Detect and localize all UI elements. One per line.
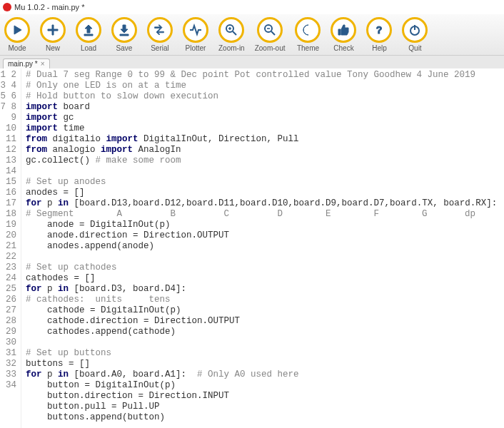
toolbar: ModeNewLoadSaveSerialPlotterZoom-inZoom-…	[0, 14, 504, 56]
toolbar-label: Save	[116, 44, 133, 52]
zoomout-button[interactable]: Zoom-out	[255, 17, 286, 52]
line-gutter: 1 2 3 4 5 6 7 8 9 10 11 12 13 14 15 16 1…	[0, 68, 21, 428]
power-icon	[402, 17, 428, 43]
down-icon	[111, 17, 137, 43]
code-area[interactable]: # Dual 7 seg Range 0 to 99 & Dec point P…	[21, 68, 504, 428]
up-icon	[76, 17, 101, 43]
moon-icon	[295, 17, 321, 43]
toolbar-label: Plotter	[186, 44, 206, 52]
serial-button[interactable]: Serial	[147, 17, 173, 52]
plus-icon	[40, 17, 66, 43]
window-title: Mu 1.0.2 - main.py *	[14, 3, 84, 11]
plotter-button[interactable]: Plotter	[183, 17, 208, 52]
save-button[interactable]: Save	[111, 17, 137, 52]
theme-button[interactable]: Theme	[295, 17, 321, 52]
load-button[interactable]: Load	[76, 17, 101, 52]
mode-button[interactable]: Mode	[4, 17, 30, 52]
zout-icon	[257, 17, 283, 43]
toolbar-label: New	[46, 44, 60, 52]
toolbar-label: Theme	[297, 44, 319, 52]
toolbar-label: Serial	[151, 44, 169, 52]
toolbar-label: Zoom-in	[218, 44, 245, 52]
zoomin-button[interactable]: Zoom-in	[218, 17, 245, 52]
check-button[interactable]: Check	[331, 17, 356, 52]
play-icon	[4, 17, 30, 43]
q-icon: ?	[366, 17, 392, 43]
toolbar-label: Quit	[408, 44, 421, 52]
thumb-icon	[331, 17, 356, 43]
new-button[interactable]: New	[40, 17, 66, 52]
arrows-icon	[147, 17, 173, 43]
tab-bar: main.py * ×	[0, 56, 504, 68]
close-icon[interactable]: ×	[41, 60, 45, 68]
help-button[interactable]: ?Help	[366, 17, 392, 52]
toolbar-label: Mode	[8, 44, 26, 52]
svg-text:?: ?	[376, 24, 383, 36]
toolbar-label: Zoom-out	[255, 44, 286, 52]
tab-label: main.py *	[8, 60, 38, 68]
zin-icon	[218, 17, 244, 43]
toolbar-label: Load	[81, 44, 96, 52]
pulse-icon	[183, 17, 208, 43]
app-logo-icon	[3, 3, 11, 11]
code-editor[interactable]: 1 2 3 4 5 6 7 8 9 10 11 12 13 14 15 16 1…	[0, 68, 504, 428]
window-titlebar: Mu 1.0.2 - main.py *	[0, 0, 504, 14]
tab-main[interactable]: main.py * ×	[3, 58, 50, 68]
toolbar-label: Check	[333, 44, 353, 52]
toolbar-label: Help	[372, 44, 387, 52]
quit-button[interactable]: Quit	[402, 17, 428, 52]
